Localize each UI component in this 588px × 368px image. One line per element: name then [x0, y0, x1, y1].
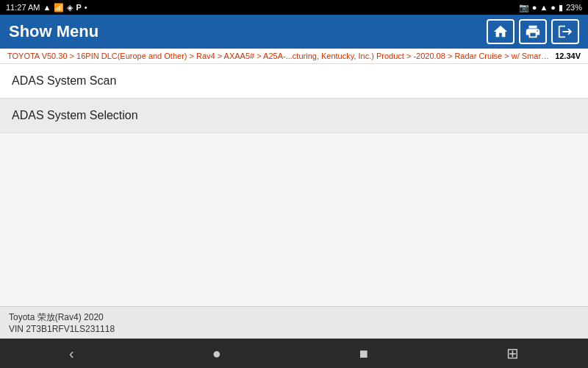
home-button[interactable] — [487, 19, 514, 44]
battery-percent: 23% — [566, 3, 582, 12]
grid-button[interactable]: ⊞ — [492, 342, 534, 365]
status-bar: 11:27 AM ▲ 📶 ◈ P • 📷 ● ▲ ● ▮ 23% — [0, 0, 588, 15]
location-icon: ● — [532, 3, 537, 12]
home-nav-button[interactable]: ● — [198, 342, 236, 365]
status-left: 11:27 AM ▲ 📶 ◈ P • — [6, 3, 87, 13]
back-button[interactable]: ‹ — [54, 342, 89, 365]
signal-icon: ▲ — [43, 3, 51, 12]
battery-icon: ▮ — [559, 3, 563, 13]
print-button[interactable] — [519, 19, 547, 44]
nav-bar: ‹ ● ■ ⊞ — [0, 339, 588, 368]
menu-item-adas-selection[interactable]: ADAS System Selection — [0, 99, 588, 133]
main-content: ADAS System Scan ADAS System Selection — [0, 64, 588, 306]
header-buttons — [487, 19, 579, 44]
page-title: Show Menu — [9, 22, 98, 41]
menu-item-adas-scan[interactable]: ADAS System Scan — [0, 64, 588, 99]
p-icon: P — [76, 3, 81, 12]
vehicle-vin: VIN 2T3B1RFV1LS231118 — [9, 324, 579, 334]
time-label: 11:27 AM — [6, 3, 40, 12]
voltage-display: 12.34V — [555, 52, 581, 60]
dot-icon: • — [85, 3, 87, 12]
exit-button[interactable] — [551, 19, 579, 44]
status-right: 📷 ● ▲ ● ▮ 23% — [519, 3, 582, 13]
bluetooth-icon: 📷 — [519, 3, 529, 13]
footer-info: Toyota 荣放(Rav4) 2020 VIN 2T3B1RFV1LS2311… — [0, 306, 588, 339]
breadcrumb-text: TOYOTA V50.30 > 16PIN DLC(Europe and Oth… — [7, 52, 551, 60]
wifi-status-icon: ▲ — [539, 3, 548, 12]
recents-button[interactable]: ■ — [345, 342, 383, 365]
header: Show Menu — [0, 15, 588, 49]
vehicle-name: Toyota 荣放(Rav4) 2020 — [9, 311, 579, 324]
breadcrumb: TOYOTA V50.30 > 16PIN DLC(Europe and Oth… — [0, 49, 588, 64]
extra-icon: ◈ — [67, 3, 73, 13]
signal-bars-icon: ● — [551, 3, 556, 12]
wifi-icon: 📶 — [54, 3, 64, 13]
